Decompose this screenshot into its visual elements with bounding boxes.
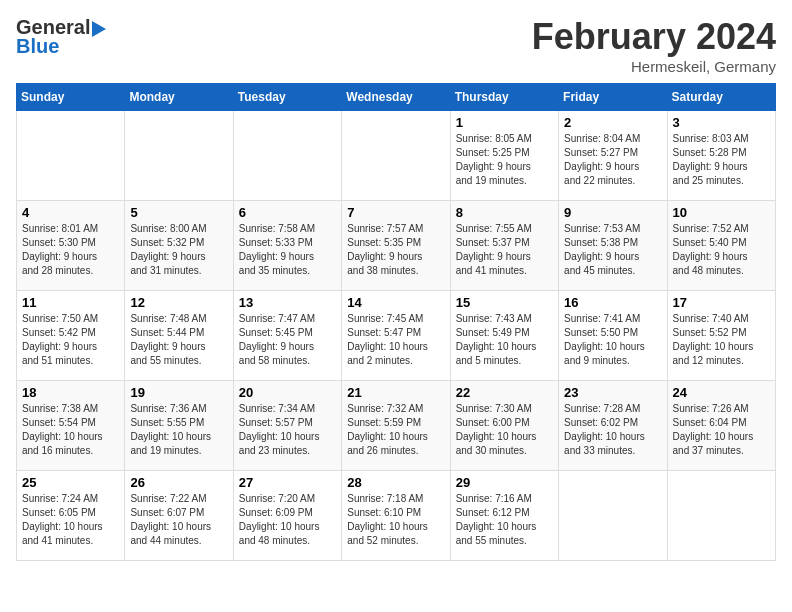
logo-arrow-icon: [92, 21, 106, 37]
day-header-saturday: Saturday: [667, 84, 775, 111]
cell-info: Sunrise: 7:41 AM Sunset: 5:50 PM Dayligh…: [564, 312, 661, 368]
day-number: 23: [564, 385, 661, 400]
day-number: 5: [130, 205, 227, 220]
day-number: 25: [22, 475, 119, 490]
calendar-cell: 19Sunrise: 7:36 AM Sunset: 5:55 PM Dayli…: [125, 381, 233, 471]
calendar-cell: 6Sunrise: 7:58 AM Sunset: 5:33 PM Daylig…: [233, 201, 341, 291]
day-number: 18: [22, 385, 119, 400]
cell-info: Sunrise: 7:16 AM Sunset: 6:12 PM Dayligh…: [456, 492, 553, 548]
calendar-table: SundayMondayTuesdayWednesdayThursdayFrid…: [16, 83, 776, 561]
day-number: 2: [564, 115, 661, 130]
cell-info: Sunrise: 7:26 AM Sunset: 6:04 PM Dayligh…: [673, 402, 770, 458]
calendar-cell: 20Sunrise: 7:34 AM Sunset: 5:57 PM Dayli…: [233, 381, 341, 471]
day-number: 16: [564, 295, 661, 310]
calendar-cell: 14Sunrise: 7:45 AM Sunset: 5:47 PM Dayli…: [342, 291, 450, 381]
cell-info: Sunrise: 7:22 AM Sunset: 6:07 PM Dayligh…: [130, 492, 227, 548]
calendar-subtitle: Hermeskeil, Germany: [532, 58, 776, 75]
calendar-cell: 15Sunrise: 7:43 AM Sunset: 5:49 PM Dayli…: [450, 291, 558, 381]
cell-info: Sunrise: 8:04 AM Sunset: 5:27 PM Dayligh…: [564, 132, 661, 188]
calendar-cell: 10Sunrise: 7:52 AM Sunset: 5:40 PM Dayli…: [667, 201, 775, 291]
cell-info: Sunrise: 7:36 AM Sunset: 5:55 PM Dayligh…: [130, 402, 227, 458]
day-number: 12: [130, 295, 227, 310]
calendar-cell: 16Sunrise: 7:41 AM Sunset: 5:50 PM Dayli…: [559, 291, 667, 381]
calendar-header-row: SundayMondayTuesdayWednesdayThursdayFrid…: [17, 84, 776, 111]
cell-info: Sunrise: 7:53 AM Sunset: 5:38 PM Dayligh…: [564, 222, 661, 278]
calendar-week-row: 11Sunrise: 7:50 AM Sunset: 5:42 PM Dayli…: [17, 291, 776, 381]
cell-info: Sunrise: 7:24 AM Sunset: 6:05 PM Dayligh…: [22, 492, 119, 548]
day-number: 3: [673, 115, 770, 130]
calendar-cell: 27Sunrise: 7:20 AM Sunset: 6:09 PM Dayli…: [233, 471, 341, 561]
day-number: 4: [22, 205, 119, 220]
cell-info: Sunrise: 7:43 AM Sunset: 5:49 PM Dayligh…: [456, 312, 553, 368]
calendar-week-row: 1Sunrise: 8:05 AM Sunset: 5:25 PM Daylig…: [17, 111, 776, 201]
calendar-cell: 1Sunrise: 8:05 AM Sunset: 5:25 PM Daylig…: [450, 111, 558, 201]
calendar-cell: [125, 111, 233, 201]
calendar-cell: [233, 111, 341, 201]
day-number: 8: [456, 205, 553, 220]
day-number: 11: [22, 295, 119, 310]
calendar-cell: 2Sunrise: 8:04 AM Sunset: 5:27 PM Daylig…: [559, 111, 667, 201]
calendar-cell: 24Sunrise: 7:26 AM Sunset: 6:04 PM Dayli…: [667, 381, 775, 471]
calendar-title: February 2024: [532, 16, 776, 58]
calendar-cell: [667, 471, 775, 561]
calendar-cell: 13Sunrise: 7:47 AM Sunset: 5:45 PM Dayli…: [233, 291, 341, 381]
day-number: 26: [130, 475, 227, 490]
day-header-friday: Friday: [559, 84, 667, 111]
day-header-wednesday: Wednesday: [342, 84, 450, 111]
title-block: February 2024 Hermeskeil, Germany: [532, 16, 776, 75]
cell-info: Sunrise: 7:38 AM Sunset: 5:54 PM Dayligh…: [22, 402, 119, 458]
cell-info: Sunrise: 7:57 AM Sunset: 5:35 PM Dayligh…: [347, 222, 444, 278]
cell-info: Sunrise: 7:40 AM Sunset: 5:52 PM Dayligh…: [673, 312, 770, 368]
cell-info: Sunrise: 7:58 AM Sunset: 5:33 PM Dayligh…: [239, 222, 336, 278]
day-number: 7: [347, 205, 444, 220]
calendar-week-row: 4Sunrise: 8:01 AM Sunset: 5:30 PM Daylig…: [17, 201, 776, 291]
calendar-cell: 9Sunrise: 7:53 AM Sunset: 5:38 PM Daylig…: [559, 201, 667, 291]
day-header-thursday: Thursday: [450, 84, 558, 111]
day-number: 6: [239, 205, 336, 220]
day-number: 20: [239, 385, 336, 400]
calendar-cell: [342, 111, 450, 201]
cell-info: Sunrise: 7:18 AM Sunset: 6:10 PM Dayligh…: [347, 492, 444, 548]
day-number: 22: [456, 385, 553, 400]
calendar-cell: 12Sunrise: 7:48 AM Sunset: 5:44 PM Dayli…: [125, 291, 233, 381]
calendar-cell: 21Sunrise: 7:32 AM Sunset: 5:59 PM Dayli…: [342, 381, 450, 471]
cell-info: Sunrise: 7:45 AM Sunset: 5:47 PM Dayligh…: [347, 312, 444, 368]
calendar-cell: [559, 471, 667, 561]
calendar-cell: 23Sunrise: 7:28 AM Sunset: 6:02 PM Dayli…: [559, 381, 667, 471]
cell-info: Sunrise: 7:50 AM Sunset: 5:42 PM Dayligh…: [22, 312, 119, 368]
calendar-cell: 28Sunrise: 7:18 AM Sunset: 6:10 PM Dayli…: [342, 471, 450, 561]
cell-info: Sunrise: 7:47 AM Sunset: 5:45 PM Dayligh…: [239, 312, 336, 368]
logo-blue-text: Blue: [16, 35, 59, 58]
day-number: 28: [347, 475, 444, 490]
calendar-cell: 8Sunrise: 7:55 AM Sunset: 5:37 PM Daylig…: [450, 201, 558, 291]
calendar-cell: 29Sunrise: 7:16 AM Sunset: 6:12 PM Dayli…: [450, 471, 558, 561]
cell-info: Sunrise: 7:52 AM Sunset: 5:40 PM Dayligh…: [673, 222, 770, 278]
day-number: 1: [456, 115, 553, 130]
calendar-cell: [17, 111, 125, 201]
cell-info: Sunrise: 8:00 AM Sunset: 5:32 PM Dayligh…: [130, 222, 227, 278]
day-number: 17: [673, 295, 770, 310]
cell-info: Sunrise: 7:55 AM Sunset: 5:37 PM Dayligh…: [456, 222, 553, 278]
cell-info: Sunrise: 8:01 AM Sunset: 5:30 PM Dayligh…: [22, 222, 119, 278]
calendar-cell: 17Sunrise: 7:40 AM Sunset: 5:52 PM Dayli…: [667, 291, 775, 381]
cell-info: Sunrise: 7:30 AM Sunset: 6:00 PM Dayligh…: [456, 402, 553, 458]
day-number: 10: [673, 205, 770, 220]
day-number: 13: [239, 295, 336, 310]
calendar-cell: 3Sunrise: 8:03 AM Sunset: 5:28 PM Daylig…: [667, 111, 775, 201]
day-number: 29: [456, 475, 553, 490]
calendar-cell: 22Sunrise: 7:30 AM Sunset: 6:00 PM Dayli…: [450, 381, 558, 471]
day-number: 27: [239, 475, 336, 490]
day-number: 15: [456, 295, 553, 310]
cell-info: Sunrise: 7:48 AM Sunset: 5:44 PM Dayligh…: [130, 312, 227, 368]
day-header-sunday: Sunday: [17, 84, 125, 111]
calendar-cell: 4Sunrise: 8:01 AM Sunset: 5:30 PM Daylig…: [17, 201, 125, 291]
logo: General Blue: [16, 16, 106, 58]
calendar-cell: 7Sunrise: 7:57 AM Sunset: 5:35 PM Daylig…: [342, 201, 450, 291]
calendar-cell: 5Sunrise: 8:00 AM Sunset: 5:32 PM Daylig…: [125, 201, 233, 291]
day-number: 19: [130, 385, 227, 400]
calendar-cell: 18Sunrise: 7:38 AM Sunset: 5:54 PM Dayli…: [17, 381, 125, 471]
cell-info: Sunrise: 7:20 AM Sunset: 6:09 PM Dayligh…: [239, 492, 336, 548]
page-header: General Blue February 2024 Hermeskeil, G…: [16, 16, 776, 75]
cell-info: Sunrise: 7:34 AM Sunset: 5:57 PM Dayligh…: [239, 402, 336, 458]
day-number: 14: [347, 295, 444, 310]
